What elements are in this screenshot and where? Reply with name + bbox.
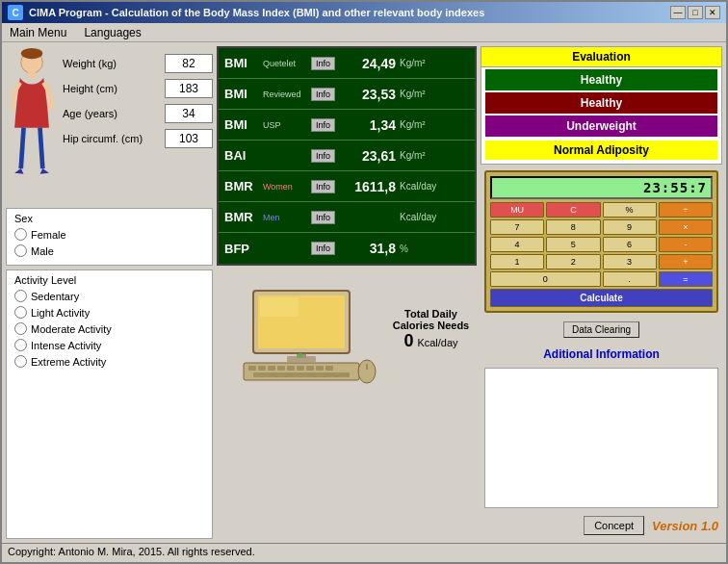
female-label: Female xyxy=(31,229,66,241)
male-radio[interactable] xyxy=(14,244,27,257)
bmr-women-label: BMR xyxy=(224,179,263,193)
bmr-men-row: BMR Men Info Kcal/day xyxy=(219,202,475,233)
calculate-button[interactable]: Calculate xyxy=(490,289,713,307)
weight-label: Weight (kg) xyxy=(63,58,117,69)
bai-row: BAI Info 23,61 Kg/m² xyxy=(219,141,475,171)
weight-input[interactable] xyxy=(165,54,213,73)
concept-button[interactable]: Concept xyxy=(584,516,644,535)
menu-main[interactable]: Main Menu xyxy=(6,25,70,40)
calc-display: 23:55:7 xyxy=(490,176,713,199)
bmr-men-info[interactable]: Info xyxy=(311,211,335,224)
svg-rect-14 xyxy=(297,366,304,371)
person-figure xyxy=(6,46,59,200)
calc-btn-7[interactable]: 7 xyxy=(490,219,544,235)
bfp-value: 31,8 xyxy=(343,241,396,256)
bmi-reviewed-sublabel: Reviewed xyxy=(263,90,311,99)
bmr-men-label: BMR xyxy=(224,210,263,224)
bmi-reviewed-row: BMI Reviewed Info 23,53 Kg/m² xyxy=(219,79,475,110)
additional-info-box xyxy=(484,368,718,508)
calc-btn-c[interactable]: C xyxy=(546,202,600,218)
bmi-reviewed-info[interactable]: Info xyxy=(311,88,335,101)
content-area: Weight (kg) Height (cm) Age (years) Hip … xyxy=(2,42,726,543)
menu-languages[interactable]: Languages xyxy=(80,25,144,40)
bmi-reviewed-label: BMI xyxy=(224,87,263,101)
app-icon: C xyxy=(8,5,23,20)
svg-point-1 xyxy=(21,48,43,59)
calc-btn-mul[interactable]: × xyxy=(659,219,713,235)
intense-radio[interactable] xyxy=(14,339,27,351)
calc-btn-eq[interactable]: = xyxy=(659,271,713,287)
status-bar: Copyright: Antonio M. Mira, 2015. All ri… xyxy=(2,543,726,562)
close-button[interactable]: ✕ xyxy=(705,6,720,19)
bmi-table: BMI Quetelet Info 24,49 Kg/m² BMI Review… xyxy=(217,46,477,266)
male-label: Male xyxy=(31,245,54,257)
extreme-label: Extreme Activity xyxy=(31,356,106,368)
additional-info-header: Aditional Information xyxy=(481,345,722,364)
bmr-women-info[interactable]: Info xyxy=(311,180,335,193)
bai-unit: Kg/m² xyxy=(400,150,426,161)
sex-title: Sex xyxy=(14,213,204,224)
calc-btn-minus[interactable]: - xyxy=(659,237,713,252)
age-input[interactable] xyxy=(165,104,213,123)
calc-btn-0[interactable]: 0 xyxy=(490,271,601,287)
height-label: Height (cm) xyxy=(63,83,117,94)
bmr-women-row: BMR Women Info 1611,8 Kcal/day xyxy=(219,171,475,202)
calc-btn-2[interactable]: 2 xyxy=(546,254,600,269)
title-bar-left: C CIMA Program - Calculation of the Body… xyxy=(8,5,484,20)
calc-btn-mu[interactable]: MU xyxy=(490,202,544,218)
moderate-radio[interactable] xyxy=(14,322,27,335)
window-title: CIMA Program - Calculation of the Body M… xyxy=(29,7,484,18)
calc-btn-8[interactable]: 8 xyxy=(546,219,600,235)
height-input[interactable] xyxy=(165,79,213,98)
calories-display: Total DailyCalories Needs 0 Kcal/day xyxy=(393,308,470,351)
calc-btn-6[interactable]: 6 xyxy=(603,237,657,252)
svg-rect-15 xyxy=(306,366,314,371)
male-radio-row: Male xyxy=(14,244,204,257)
restore-button[interactable]: □ xyxy=(688,6,703,19)
bmi-reviewed-value: 23,53 xyxy=(343,87,396,102)
evaluation-section: Evaluation Healthy Healthy Underweight N… xyxy=(481,46,722,165)
hip-input[interactable] xyxy=(165,129,213,148)
calc-btn-4[interactable]: 4 xyxy=(490,237,544,252)
calc-btn-div[interactable]: ÷ xyxy=(659,202,713,218)
data-clearing-button[interactable]: Data Clearing xyxy=(563,321,639,338)
eval-healthy1: Healthy xyxy=(485,69,717,90)
sedentary-row: Sedentary xyxy=(14,290,204,302)
bai-info[interactable]: Info xyxy=(311,149,335,163)
calories-value: 0 xyxy=(403,331,413,351)
female-radio[interactable] xyxy=(14,228,27,241)
light-radio[interactable] xyxy=(14,306,27,319)
svg-rect-16 xyxy=(316,366,324,371)
person-area: Weight (kg) Height (cm) Age (years) Hip … xyxy=(6,46,213,200)
bmi-usp-info[interactable]: Info xyxy=(311,118,335,132)
calories-area: Total DailyCalories Needs 0 Kcal/day xyxy=(217,271,477,387)
light-row: Light Activity xyxy=(14,306,204,319)
bmi-quetelet-row: BMI Quetelet Info 24,49 Kg/m² xyxy=(219,48,475,79)
bmi-quetelet-sublabel: Quetelet xyxy=(263,59,311,68)
female-radio-row: Female xyxy=(14,228,204,241)
calc-btn-percent[interactable]: % xyxy=(603,202,657,218)
eval-healthy2: Healthy xyxy=(485,92,717,114)
middle-panel: BMI Quetelet Info 24,49 Kg/m² BMI Review… xyxy=(217,46,477,539)
sedentary-radio[interactable] xyxy=(14,290,27,302)
calc-btn-1[interactable]: 1 xyxy=(490,254,544,269)
bmi-quetelet-info[interactable]: Info xyxy=(311,57,335,70)
bfp-info[interactable]: Info xyxy=(311,242,335,255)
calc-btn-3[interactable]: 3 xyxy=(603,254,657,269)
calories-value-row: 0 Kcal/day xyxy=(403,331,457,351)
title-bar: C CIMA Program - Calculation of the Body… xyxy=(2,2,726,23)
sedentary-label: Sedentary xyxy=(31,291,79,302)
minimize-button[interactable]: — xyxy=(670,6,686,19)
bmi-quetelet-value: 24,49 xyxy=(343,56,396,71)
calc-btn-dot[interactable]: . xyxy=(603,271,657,287)
eval-normal-adiposity: Normal Adiposity xyxy=(485,141,717,160)
bmr-women-sublabel: Women xyxy=(263,182,311,192)
calc-btn-5[interactable]: 5 xyxy=(546,237,600,252)
bai-label: BAI xyxy=(224,148,263,163)
intense-row: Intense Activity xyxy=(14,339,204,351)
svg-rect-2 xyxy=(28,71,36,79)
calc-btn-9[interactable]: 9 xyxy=(603,219,657,235)
extreme-radio[interactable] xyxy=(14,355,27,368)
calc-btn-plus[interactable]: + xyxy=(659,254,713,269)
extreme-row: Extreme Activity xyxy=(14,355,204,368)
